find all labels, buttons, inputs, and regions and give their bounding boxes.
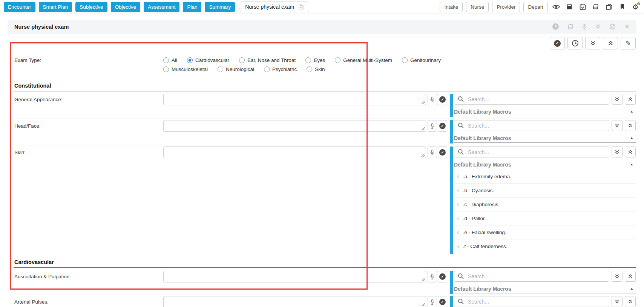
macro-item[interactable]: ‹.a - Extremity edema. <box>454 170 636 184</box>
radio-label: Ear, Nose and Throat <box>247 57 296 63</box>
dictate-button[interactable] <box>428 147 437 158</box>
macro-library-header[interactable]: Default Library Macros ▲ <box>454 284 636 293</box>
panel-expand-button[interactable] <box>612 94 623 105</box>
macro-search-input[interactable] <box>454 296 609 307</box>
macro-item[interactable]: ‹.b - Cyanosis. <box>454 184 636 197</box>
exam-note-textarea[interactable] <box>163 120 426 132</box>
archive-button[interactable] <box>564 2 574 12</box>
exam-note-textarea[interactable] <box>163 94 426 105</box>
radio-label: All <box>172 57 177 63</box>
panel-expand-button[interactable] <box>612 120 623 131</box>
radio-icon <box>335 57 340 63</box>
macro-library-title: Default Library Macros <box>454 286 511 292</box>
macro-item[interactable]: ‹.f - Calf tenderness. <box>454 239 636 253</box>
double-chevron-down-icon <box>590 41 596 46</box>
nav-button-smart-plan[interactable]: Smart Plan <box>39 2 72 12</box>
dictate-button[interactable] <box>428 271 437 282</box>
header-help-button[interactable]: ? <box>548 23 563 31</box>
header-disable-button[interactable] <box>605 23 620 31</box>
note-field-wrap <box>163 147 426 158</box>
exam-type-label: Exam Type: <box>14 57 41 63</box>
collapse-triangle-icon[interactable]: ▲ <box>630 110 633 113</box>
radio-cardiovascular[interactable]: Cardiovascular <box>187 57 229 63</box>
macro-list: ‹.a - Extremity edema. ‹.b - Cyanosis. ‹… <box>454 170 636 253</box>
confirm-button[interactable]: ✓ <box>438 120 447 132</box>
nav-button-plan[interactable]: Plan <box>183 2 201 12</box>
book-button[interactable] <box>591 2 601 12</box>
edit-button[interactable]: ✎ <box>621 37 636 49</box>
stage-button-intake[interactable]: Intake <box>440 2 463 12</box>
macro-search-input[interactable] <box>454 271 609 282</box>
macro-item[interactable]: ‹.c - Diaphoresis. <box>454 197 636 211</box>
stage-button-depart[interactable]: Depart <box>523 2 548 12</box>
radio-psychiatric[interactable]: Psychiatric <box>264 66 297 72</box>
confirm-button[interactable]: ✓ <box>438 271 447 282</box>
confirm-button[interactable]: ✓ <box>438 296 447 307</box>
panel-collapse-button[interactable] <box>625 296 636 307</box>
exam-note-textarea[interactable] <box>163 147 426 158</box>
panel-expand-button[interactable] <box>612 296 623 307</box>
macro-library-header[interactable]: Default Library Macros ▲ <box>454 107 636 116</box>
active-form-tab[interactable]: Nurse physical exam <box>240 2 309 12</box>
header-close-button[interactable]: ✕ <box>620 23 633 31</box>
macro-item[interactable]: ‹.d - Pallor. <box>454 211 636 225</box>
collapse-triangle-icon[interactable]: ▲ <box>630 136 633 140</box>
radio-general-multi-system[interactable]: General Multi-System <box>335 57 392 63</box>
nav-button-subjective[interactable]: Subjective <box>75 2 107 12</box>
dictate-button[interactable] <box>428 120 437 132</box>
radio-label: Skin <box>315 66 325 72</box>
nav-button-encounter[interactable]: Encounter <box>4 2 35 12</box>
eye-button[interactable] <box>551 2 561 12</box>
settings-button[interactable]: ⚙⚙ <box>630 2 640 12</box>
collapse-all-button[interactable] <box>603 37 618 49</box>
radio-neurological[interactable]: Neurological <box>218 66 254 72</box>
panel-expand-button[interactable] <box>612 271 623 282</box>
radio-genitourinary[interactable]: Genitourinary <box>402 57 441 63</box>
check-circle-icon: ✓ <box>439 123 446 129</box>
macro-item-label: .d - Pallor. <box>463 216 486 221</box>
nav-button-objective[interactable]: Objective <box>111 2 140 12</box>
exam-note-textarea[interactable] <box>163 271 426 282</box>
expand-all-button[interactable] <box>585 37 600 49</box>
stage-button-nurse[interactable]: Nurse <box>466 2 489 12</box>
panel-expand-button[interactable] <box>612 147 623 157</box>
collapse-triangle-icon[interactable]: ▲ <box>630 163 633 166</box>
macro-search-input[interactable] <box>454 94 609 105</box>
calendar-check-button[interactable] <box>578 2 587 12</box>
dictate-button[interactable] <box>428 296 437 307</box>
panel-collapse-button[interactable] <box>625 271 636 282</box>
radio-skin[interactable]: Skin <box>307 66 325 72</box>
history-button[interactable] <box>567 37 583 49</box>
macro-search-input[interactable] <box>454 147 609 157</box>
radio-icon <box>402 57 408 63</box>
macro-library-header[interactable]: Default Library Macros ▲ <box>454 160 636 169</box>
stage-button-provider[interactable]: Provider <box>492 2 520 12</box>
radio-ear-nose-throat[interactable]: Ear, Nose and Throat <box>239 57 296 63</box>
confirm-button[interactable]: ✓ <box>438 94 447 105</box>
macro-search-input[interactable] <box>454 120 609 131</box>
macro-item[interactable]: ‹.e - Facial swelling. <box>454 225 636 239</box>
panel-collapse-button[interactable] <box>625 94 636 105</box>
panel-collapse-button[interactable] <box>625 120 636 131</box>
nav-button-assessment[interactable]: Assessment <box>144 2 180 12</box>
nav-button-summary[interactable]: Summary <box>205 2 235 12</box>
copy-button[interactable] <box>604 2 614 12</box>
collapse-triangle-icon[interactable]: ▲ <box>630 287 633 290</box>
microphone-icon <box>430 97 434 103</box>
macro-library-header[interactable]: Default Library Macros ▲ <box>454 134 636 143</box>
dictate-button[interactable] <box>428 94 437 105</box>
radio-musculoskeletal[interactable]: Musculoskeletal <box>163 66 208 72</box>
exam-note-textarea[interactable] <box>163 296 426 307</box>
radio-all[interactable]: All <box>163 57 177 63</box>
confirm-button[interactable]: ✓ <box>438 147 447 158</box>
panel-collapse-button[interactable] <box>625 147 636 157</box>
bookmark-button[interactable] <box>617 2 627 12</box>
radio-eyes[interactable]: Eyes <box>305 57 325 63</box>
exam-row-label: Arterial Pulses: <box>14 299 49 305</box>
note-field-wrap <box>163 271 426 282</box>
header-dictate-button[interactable] <box>578 23 591 31</box>
complete-button[interactable]: ✓ <box>550 37 565 49</box>
header-expand-button[interactable] <box>591 23 605 31</box>
section-header-cardiovascular: Cardiovascular <box>14 259 636 268</box>
header-book-button[interactable] <box>563 23 578 31</box>
